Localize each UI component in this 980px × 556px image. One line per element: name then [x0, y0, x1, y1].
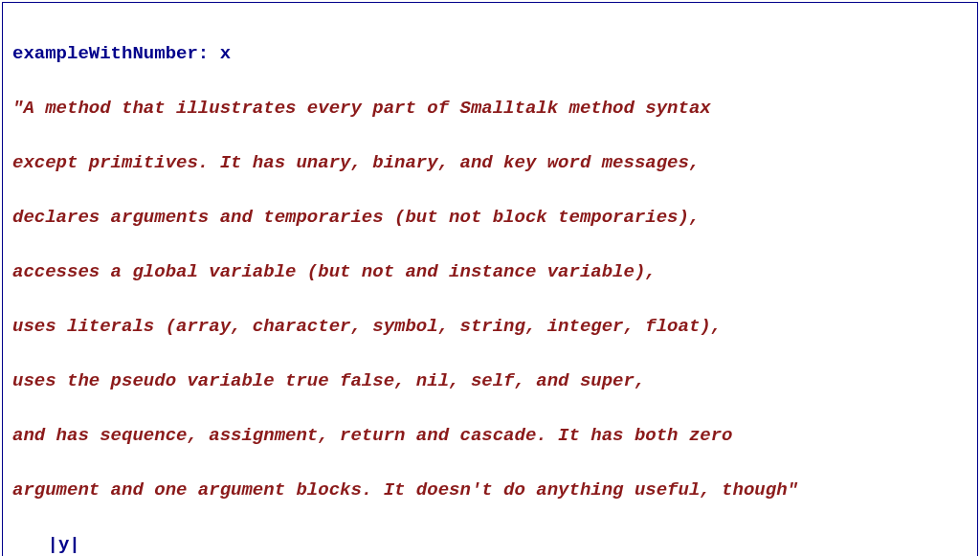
code-example-box: exampleWithNumber: x "A method that illu… [2, 2, 978, 556]
method-comment-line: except primitives. It has unary, binary,… [12, 149, 968, 177]
code-line-temporaries: |y| [12, 531, 968, 557]
method-signature: exampleWithNumber: x [12, 40, 968, 68]
method-comment-line: "A method that illustrates every part of… [12, 95, 968, 122]
method-comment-line: argument and one argument blocks. It doe… [12, 477, 968, 504]
method-comment-line: uses literals (array, character, symbol,… [12, 313, 968, 341]
method-comment-line: and has sequence, assignment, return and… [12, 422, 968, 450]
method-comment-line: declares arguments and temporaries (but … [12, 204, 968, 232]
method-comment-line: accesses a global variable (but not and … [12, 258, 968, 286]
method-comment-line: uses the pseudo variable true false, nil… [12, 367, 968, 395]
